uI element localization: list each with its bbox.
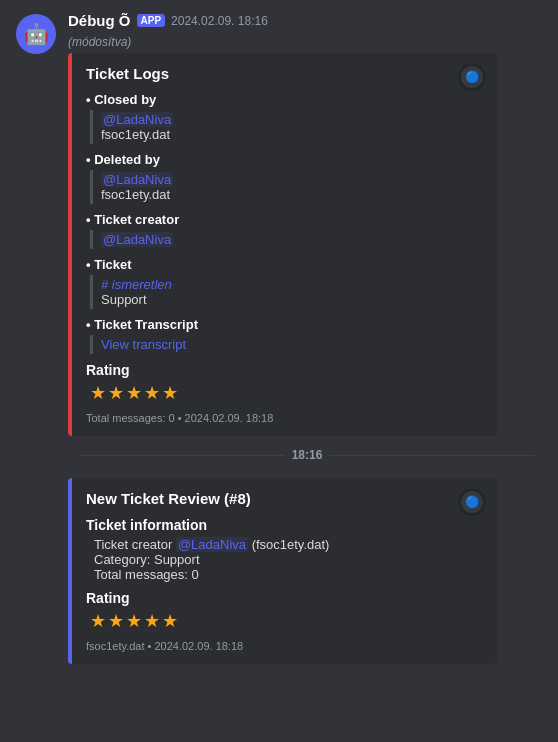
rating-section-1: Rating ★ ★ ★ ★ ★ [86, 362, 484, 404]
ticket-info-line-2: Category: Support [86, 552, 484, 567]
rating-label-2: Rating [86, 590, 484, 606]
field-value-ticket: # ismeretlen Support [90, 275, 484, 309]
star-1: ★ [90, 382, 106, 404]
messages-container: 🤖 Débug Õ APP 2024.02.09. 18:16 (módosít… [0, 0, 558, 676]
divider-left [80, 455, 284, 456]
timestamp-1: 2024.02.09. 18:16 [171, 14, 268, 28]
field-value-deleted-by: @LadaNiva fsoc1ety.dat [90, 170, 484, 204]
avatar-emoji: 🤖 [24, 22, 49, 46]
ticket-info-line-1: Ticket creator @LadaNiva (fsoc1ety.dat) [86, 537, 484, 552]
stars-1: ★ ★ ★ ★ ★ [90, 382, 484, 404]
username-1: Débug Õ [68, 12, 131, 29]
ticket-creator-mention: @LadaNiva [176, 537, 248, 552]
star-9: ★ [144, 610, 160, 632]
avatar: 🤖 [16, 14, 56, 54]
timestamp-text: 18:16 [292, 448, 323, 462]
deleted-by-file: fsoc1ety.dat [101, 187, 170, 202]
field-value-ticket-creator: @LadaNiva [90, 230, 484, 249]
field-value-transcript: View transcript [90, 335, 484, 354]
message-content-2: 🔵 New Ticket Review (#8) Ticket informat… [68, 474, 542, 664]
star-4: ★ [144, 382, 160, 404]
embed-card-1: 🔵 Ticket Logs Closed by @LadaNiva fsoc1e… [68, 53, 498, 436]
star-8: ★ [126, 610, 142, 632]
mention-closed-by: @LadaNiva [101, 112, 173, 127]
embed-footer-2: fsoc1ety.dat • 2024.02.09. 18:18 [86, 640, 484, 652]
ticket-creator-prefix: Ticket creator [94, 537, 176, 552]
embed-card-2: 🔵 New Ticket Review (#8) Ticket informat… [68, 478, 498, 664]
ticket-info-title: Ticket information [86, 517, 484, 533]
mention-ticket-creator: @LadaNiva [101, 232, 173, 247]
app-badge-1: APP [137, 14, 166, 27]
field-label-deleted-by: Deleted by [86, 152, 484, 167]
field-ticket-creator: Ticket creator @LadaNiva [86, 212, 484, 249]
ticket-info-line-3: Total messages: 0 [86, 567, 484, 582]
timestamp-divider: 18:16 [16, 448, 542, 462]
rating-section-2: Rating ★ ★ ★ ★ ★ [86, 590, 484, 632]
rating-label-1: Rating [86, 362, 484, 378]
embed-title-1: Ticket Logs [86, 65, 484, 82]
field-ticket: Ticket # ismeretlen Support [86, 257, 484, 309]
bot-icon-inner-2: 🔵 [461, 491, 483, 513]
field-label-transcript: Ticket Transcript [86, 317, 484, 332]
message-content-1: Débug Õ APP 2024.02.09. 18:16 (módosítva… [68, 12, 542, 436]
embed-footer-1: Total messages: 0 • 2024.02.09. 18:18 [86, 412, 484, 424]
field-transcript: Ticket Transcript View transcript [86, 317, 484, 354]
message-row-2: 🔵 New Ticket Review (#8) Ticket informat… [16, 470, 542, 668]
mention-deleted-by: @LadaNiva [101, 172, 173, 187]
edit-label-1: (módosítva) [68, 35, 131, 49]
message-row-1: 🤖 Débug Õ APP 2024.02.09. 18:16 (módosít… [16, 8, 542, 440]
message-header-1: Débug Õ APP 2024.02.09. 18:16 [68, 12, 542, 29]
field-deleted-by: Deleted by @LadaNiva fsoc1ety.dat [86, 152, 484, 204]
view-transcript-link[interactable]: View transcript [101, 337, 186, 352]
field-value-closed-by: @LadaNiva fsoc1ety.dat [90, 110, 484, 144]
divider-right [330, 455, 534, 456]
bot-icon-2: 🔵 [458, 488, 486, 516]
ticket-category: Support [101, 292, 147, 307]
field-label-ticket-creator: Ticket creator [86, 212, 484, 227]
star-6: ★ [90, 610, 106, 632]
stars-2: ★ ★ ★ ★ ★ [90, 610, 484, 632]
ticket-channel: # ismeretlen [101, 277, 172, 292]
star-2: ★ [108, 382, 124, 404]
star-7: ★ [108, 610, 124, 632]
star-10: ★ [162, 610, 178, 632]
star-5: ★ [162, 382, 178, 404]
closed-by-file: fsoc1ety.dat [101, 127, 170, 142]
ticket-info-section: Ticket information Ticket creator @LadaN… [86, 517, 484, 582]
bot-icon-1: 🔵 [458, 63, 486, 91]
ticket-creator-suffix: (fsoc1ety.dat) [252, 537, 330, 552]
avatar-spacer [16, 474, 56, 664]
bot-icon-inner-1: 🔵 [461, 66, 483, 88]
field-closed-by: Closed by @LadaNiva fsoc1ety.dat [86, 92, 484, 144]
star-3: ★ [126, 382, 142, 404]
embed-title-2: New Ticket Review (#8) [86, 490, 484, 507]
field-label-ticket: Ticket [86, 257, 484, 272]
field-label-closed-by: Closed by [86, 92, 484, 107]
